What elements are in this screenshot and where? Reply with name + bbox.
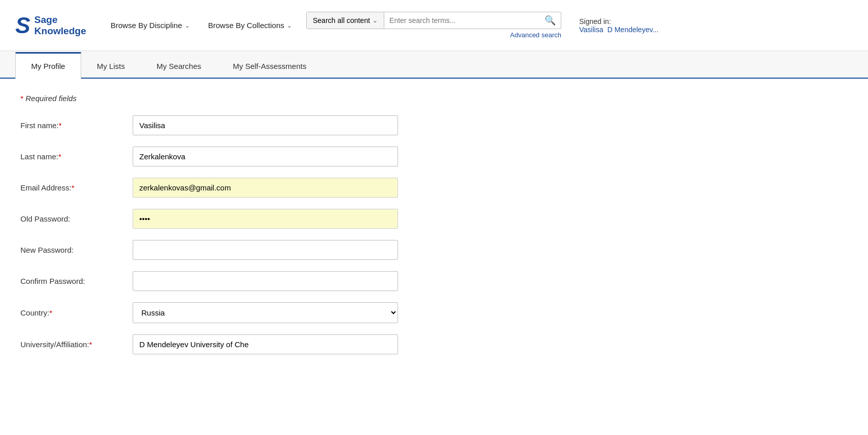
old-password-label: Old Password:: [20, 214, 133, 223]
country-row: Country:* Russia United States United Ki…: [20, 302, 439, 323]
required-star: *: [58, 152, 61, 161]
tab-my-searches[interactable]: My Searches: [141, 52, 217, 79]
first-name-input[interactable]: [133, 115, 398, 135]
signed-in-label: Signed in:: [579, 17, 611, 26]
main-content: * Required fields First name:* Last name…: [0, 79, 459, 381]
advanced-search-link[interactable]: Advanced search: [510, 31, 561, 39]
affiliation-row: University/Affiliation:*: [20, 334, 439, 354]
logo[interactable]: S Sage Knowledge: [15, 14, 86, 37]
last-name-row: Last name:*: [20, 147, 439, 166]
chevron-down-icon: ⌄: [185, 22, 190, 29]
old-password-input[interactable]: [133, 209, 398, 229]
confirm-password-row: Confirm Password:: [20, 271, 439, 291]
browse-by-collections-button[interactable]: Browse By Collections ⌄: [204, 18, 296, 32]
required-star: *: [49, 308, 53, 317]
email-row: Email Address:*: [20, 178, 439, 198]
search-icon: 🔍: [544, 15, 556, 26]
new-password-input[interactable]: [133, 240, 398, 260]
last-name-input[interactable]: [133, 147, 398, 166]
email-label: Email Address:*: [20, 183, 133, 192]
search-area: Search all content ⌄ 🔍 Advanced search: [306, 12, 561, 39]
affiliation-label: University/Affiliation:*: [20, 340, 133, 349]
advanced-search-label: Advanced search: [510, 31, 561, 39]
required-star: *: [71, 183, 75, 192]
logo-s-icon: S: [15, 14, 30, 37]
header: S Sage Knowledge Browse By Discipline ⌄ …: [0, 0, 868, 51]
required-note-text: Required fields: [26, 94, 77, 103]
tab-my-lists[interactable]: My Lists: [81, 52, 141, 79]
chevron-down-icon: ⌄: [373, 17, 378, 24]
confirm-password-input[interactable]: [133, 271, 398, 291]
chevron-down-icon: ⌄: [287, 22, 292, 29]
user-name-link[interactable]: Vasilisa: [579, 26, 603, 34]
required-star: *: [89, 340, 92, 349]
institution-link[interactable]: D Mendeleyev...: [607, 26, 658, 34]
search-type-label: Search all content: [313, 16, 370, 25]
new-password-row: New Password:: [20, 240, 439, 260]
new-password-label: New Password:: [20, 246, 133, 254]
old-password-row: Old Password:: [20, 209, 439, 229]
first-name-row: First name:*: [20, 115, 439, 135]
search-input[interactable]: [384, 12, 539, 29]
tab-my-self-assessments[interactable]: My Self-Assessments: [217, 52, 322, 79]
search-submit-button[interactable]: 🔍: [539, 12, 561, 29]
country-label: Country:*: [20, 308, 133, 317]
search-type-button[interactable]: Search all content ⌄: [307, 12, 384, 29]
country-select[interactable]: Russia United States United Kingdom Germ…: [133, 302, 398, 323]
search-bar: Search all content ⌄ 🔍: [306, 12, 561, 29]
signed-in-section: Signed in: Vasilisa D Mendeleyev...: [579, 17, 658, 34]
signed-in-links: Vasilisa D Mendeleyev...: [579, 26, 658, 34]
browse-collections-label: Browse By Collections: [208, 21, 284, 30]
required-star: *: [20, 94, 23, 103]
tab-my-profile[interactable]: My Profile: [15, 52, 81, 79]
confirm-password-label: Confirm Password:: [20, 277, 133, 285]
browse-by-discipline-button[interactable]: Browse By Discipline ⌄: [107, 18, 194, 32]
required-note: * Required fields: [20, 94, 439, 103]
first-name-label: First name:*: [20, 121, 133, 130]
tabs-bar: My Profile My Lists My Searches My Self-…: [0, 51, 868, 79]
last-name-label: Last name:*: [20, 152, 133, 161]
affiliation-input[interactable]: [133, 334, 398, 354]
required-star: *: [59, 121, 62, 130]
email-input[interactable]: [133, 178, 398, 198]
logo-text: Sage Knowledge: [34, 14, 86, 37]
browse-discipline-label: Browse By Discipline: [111, 21, 182, 30]
